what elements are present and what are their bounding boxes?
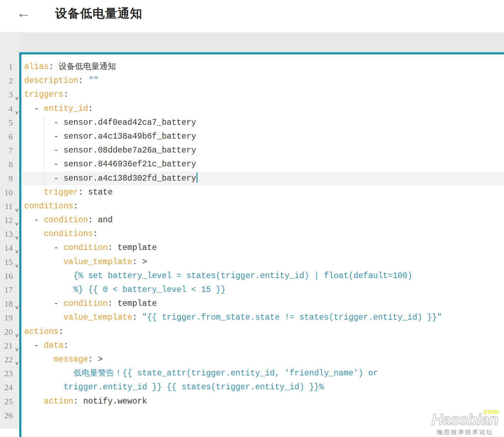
indent-guide (44, 158, 44, 171)
code-line[interactable]: description: "" (21, 74, 504, 88)
gutter-row: 5 (0, 116, 19, 130)
code-token: message (54, 355, 88, 364)
code-line[interactable]: conditions: (21, 199, 504, 213)
code-line[interactable]: value_template: "{{ trigger.from_state.s… (21, 311, 504, 325)
code-token: data (44, 341, 63, 350)
code-token: - (24, 243, 63, 252)
code-token: trigger (44, 188, 78, 197)
code-token: - sensor.a4c138a49b6f_battery (24, 132, 196, 141)
code-token: condition (63, 299, 107, 308)
code-line[interactable]: - sensor.a4c138a49b6f_battery (21, 130, 504, 144)
gutter-row: 6 (0, 130, 19, 144)
line-number: 13 (0, 227, 13, 241)
code-line[interactable]: - condition: and (21, 213, 504, 227)
code-token: : and (88, 215, 112, 225)
code-token: %} {{ 0 < battery_level < 15 }} (24, 285, 226, 294)
code-line[interactable]: - data: (21, 339, 504, 353)
indent-guide (44, 130, 44, 144)
code-token: trigger.entity_id }} {{ states(trigger.e… (24, 383, 324, 392)
code-token: "" (88, 76, 98, 85)
code-token: : (73, 202, 78, 211)
code-token: - sensor.08ddebe7a26a_battery (24, 146, 196, 155)
code-line[interactable]: - sensor.8446936ef21c_battery (21, 158, 504, 171)
line-number: 17 (0, 283, 13, 297)
line-number: 20 (0, 325, 13, 339)
code-token: description (24, 76, 78, 85)
code-line[interactable]: - condition: template (21, 241, 504, 255)
code-token: : > (132, 257, 147, 267)
code-token: - (24, 299, 63, 308)
code-line[interactable]: actions: (21, 325, 504, 339)
code-area[interactable]: alias: 设备低电量通知description: ""triggers: -… (21, 54, 504, 437)
code-token: actions (24, 327, 59, 336)
code-line[interactable] (21, 409, 504, 422)
code-line[interactable]: %} {{ 0 < battery_level < 15 }} (21, 283, 504, 297)
line-number: 1 (0, 60, 13, 74)
gutter-row: 15v (0, 255, 19, 269)
gutter-row: 26 (0, 409, 19, 422)
gutter-row: 1 (0, 60, 19, 74)
code-token: conditions (24, 202, 73, 211)
code-line[interactable]: {% set battery_level = states(trigger.en… (21, 269, 504, 283)
code-token: : template (108, 299, 157, 308)
code-line[interactable]: triggers: (21, 88, 504, 102)
line-number: 21 (0, 339, 13, 353)
line-number: 8 (0, 158, 13, 171)
code-line[interactable]: - sensor.a4c138d302fd_battery (21, 172, 504, 186)
code-token: : (59, 327, 64, 336)
line-number: 5 (0, 116, 13, 130)
code-token: : (63, 341, 68, 350)
back-arrow-icon[interactable]: ← (14, 4, 33, 22)
gutter-row: 20v (0, 325, 19, 339)
code-token (24, 313, 63, 322)
gutter-row: 21v (0, 339, 19, 353)
gutter-row: 11v (0, 199, 19, 213)
code-line[interactable]: action: notify.wework (21, 395, 504, 409)
line-number: 14 (0, 241, 13, 255)
line-number: 19 (0, 311, 13, 325)
code-token: - sensor.d4f0ead42ca7_battery (24, 118, 196, 127)
gutter-row: 4v (0, 102, 19, 116)
code-token: triggers (24, 90, 63, 99)
code-token: action (44, 397, 73, 406)
gutter-row: 16 (0, 269, 19, 283)
line-number: 25 (0, 395, 13, 409)
code-line[interactable]: conditions: (21, 227, 504, 241)
code-token (24, 257, 63, 267)
code-line[interactable]: 低电量警告！{{ state_attr(trigger.entity_id, '… (21, 367, 504, 380)
line-number: 2 (0, 74, 13, 88)
code-token: condition (44, 215, 88, 225)
code-token: - (24, 104, 44, 113)
line-number: 16 (0, 269, 13, 283)
code-token (24, 229, 44, 239)
code-token: - sensor.8446936ef21c_battery (24, 160, 196, 169)
code-token: alias (24, 62, 49, 71)
code-token: : (63, 90, 68, 99)
gutter-row: 19 (0, 311, 19, 325)
code-line[interactable]: trigger.entity_id }} {{ states(trigger.e… (21, 380, 504, 394)
gutter-row: 25 (0, 395, 19, 409)
code-line[interactable]: value_template: > (21, 255, 504, 269)
gutter-row: 7 (0, 144, 19, 158)
code-token: : notify.wework (73, 397, 147, 406)
code-token (24, 397, 44, 406)
code-token: - sensor.a4c138d302fd_battery (24, 174, 196, 183)
gutter-row: 2 (0, 74, 19, 88)
line-number: 23 (0, 367, 13, 380)
code-token: condition (63, 243, 107, 252)
code-line[interactable]: - entity_id: (21, 102, 504, 116)
code-line[interactable]: trigger: state (21, 186, 504, 199)
code-line[interactable]: message: > (21, 353, 504, 367)
line-number: 11 (0, 199, 13, 213)
code-line[interactable]: - condition: template (21, 297, 504, 311)
line-number: 3 (0, 88, 13, 102)
line-number: 24 (0, 380, 13, 394)
code-token: entity_id (44, 104, 88, 113)
gutter-row: 14v (0, 241, 19, 255)
code-line[interactable]: - sensor.d4f0ead42ca7_battery (21, 116, 504, 130)
code-token: : template (108, 243, 157, 252)
line-number: 12 (0, 213, 13, 227)
code-line[interactable]: - sensor.08ddebe7a26a_battery (21, 144, 504, 158)
code-line[interactable]: alias: 设备低电量通知 (21, 60, 504, 74)
gutter-row: 12v (0, 213, 19, 227)
